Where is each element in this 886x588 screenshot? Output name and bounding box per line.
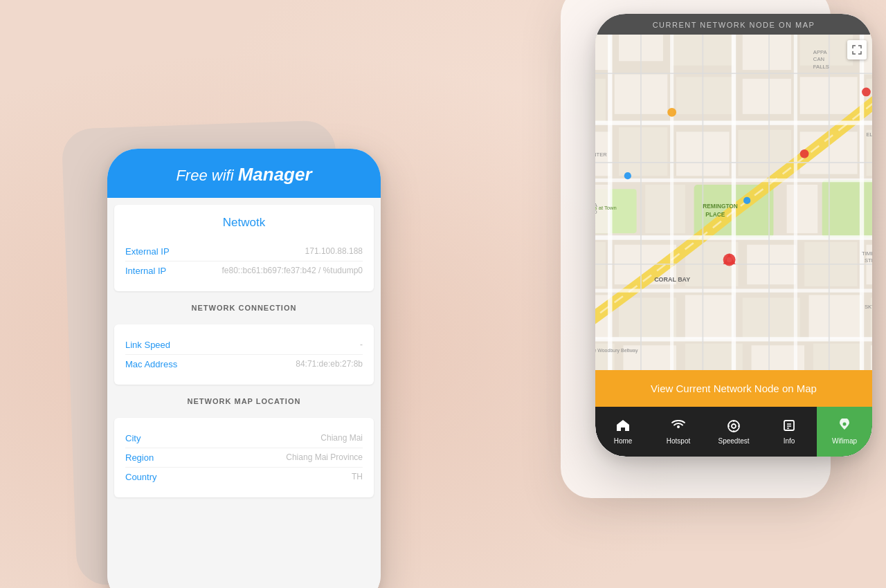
- svg-text:CORAL BAY: CORAL BAY: [654, 276, 690, 283]
- svg-rect-14: [619, 127, 667, 176]
- nav-info-label: Info: [784, 437, 795, 445]
- nav-item-wifimap[interactable]: Wifimap: [817, 407, 872, 457]
- home-icon: [615, 419, 631, 434]
- region-label: Region: [125, 452, 195, 463]
- app-title: Free wifi Manager: [121, 164, 367, 185]
- wifimap-icon: [837, 419, 852, 434]
- svg-rect-35: [808, 295, 862, 340]
- svg-point-90: [728, 421, 739, 432]
- svg-text:STREET: STREET: [865, 257, 872, 264]
- app-title-main: Manager: [238, 164, 312, 185]
- map-header-text: CURRENT NETWORK NODE ON MAP: [606, 21, 861, 29]
- country-label: Country: [125, 472, 195, 482]
- svg-rect-41: [813, 344, 862, 370]
- city-row: City Chiang Mai: [125, 429, 363, 448]
- link-speed-label: Link Speed: [125, 340, 195, 350]
- city-value: Chiang Mai: [201, 433, 363, 443]
- region-value: Chiang Mai Province: [201, 452, 363, 462]
- speedtest-icon: [726, 419, 741, 434]
- svg-rect-23: [645, 185, 685, 233]
- external-ip-value: 171.100.88.188: [201, 246, 363, 256]
- link-speed-value: -: [201, 340, 363, 349]
- svg-rect-4: [743, 35, 791, 70]
- network-title: Netwotk: [125, 216, 363, 232]
- svg-text:TIMBERLAKE: TIMBERLAKE: [862, 250, 872, 257]
- svg-point-79: [624, 172, 631, 179]
- location-card: City Chiang Mai Region Chiang Mai Provin…: [114, 418, 374, 497]
- svg-point-100: [843, 423, 847, 426]
- nav-speedtest-label: Speedtest: [718, 437, 749, 445]
- nav-item-speedtest[interactable]: Speedtest: [706, 407, 761, 457]
- svg-point-80: [743, 197, 750, 204]
- nav-item-hotspot[interactable]: Hotspot: [651, 407, 706, 457]
- internal-ip-label: Internal IP: [125, 266, 195, 276]
- internal-ip-value: fe80::bc61:b697:fe37:b42 / %tudump0: [201, 266, 363, 275]
- map-container: NTINE AMONTI TENNIAL HEIGHTS TRIPOLY AT …: [595, 35, 872, 370]
- external-ip-row: External IP 171.100.88.188: [125, 242, 363, 261]
- link-speed-row: Link Speed -: [125, 336, 363, 355]
- network-connection-header-bar: NETWORK CONNECTION: [107, 298, 381, 318]
- svg-point-77: [800, 149, 809, 158]
- network-map-header: NETWORK MAP LOCATION: [125, 397, 363, 405]
- app-title-prefix: Free wifi: [176, 167, 233, 184]
- country-value: TH: [201, 472, 363, 481]
- hotspot-icon: [671, 419, 686, 434]
- region-row: Region Chiang Mai Province: [125, 448, 363, 468]
- svg-text:FALLS: FALLS: [813, 64, 829, 70]
- network-connection-header: NETWORK CONNECTION: [125, 304, 363, 312]
- network-card: Netwotk External IP 171.100.88.188 Inter…: [114, 205, 374, 291]
- phone-left: Free wifi Manager Netwotk External IP 17…: [107, 149, 381, 588]
- svg-text:Willows at Town: Willows at Town: [595, 205, 617, 211]
- mac-address-row: Mac Address 84:71:de:eb:27:8b: [125, 355, 363, 374]
- svg-rect-32: [619, 297, 676, 337]
- app-header: Free wifi Manager: [107, 149, 381, 198]
- svg-rect-42: [871, 345, 872, 370]
- svg-text:REMINGTON: REMINGTON: [703, 203, 737, 210]
- svg-rect-1: [595, 35, 610, 70]
- country-row: Country TH: [125, 468, 363, 486]
- map-svg: NTINE AMONTI TENNIAL HEIGHTS TRIPOLY AT …: [595, 35, 872, 370]
- svg-rect-34: [743, 297, 800, 337]
- bottom-navigation: Home Hotspot: [595, 407, 872, 457]
- svg-text:SKYPOINT: SKYPOINT: [865, 304, 872, 310]
- info-icon: [781, 419, 797, 434]
- phone-right: CURRENT NETWORK NODE ON MAP: [595, 14, 872, 457]
- expand-icon: [852, 45, 862, 55]
- view-map-button[interactable]: View Current Network Node on Map: [595, 370, 872, 407]
- phone-left-content: Netwotk External IP 171.100.88.188 Inter…: [107, 198, 381, 588]
- internal-ip-row: Internal IP fe80::bc61:b697:fe37:b42 / %…: [125, 261, 363, 280]
- nav-hotspot-label: Hotspot: [667, 437, 690, 445]
- phone-right-inner: CURRENT NETWORK NODE ON MAP: [595, 14, 872, 457]
- svg-rect-24: [787, 185, 818, 233]
- svg-text:PLACE: PLACE: [705, 211, 725, 218]
- svg-rect-7: [595, 79, 606, 123]
- svg-text:ELK: ELK: [866, 131, 872, 138]
- nav-wifimap-label: Wifimap: [832, 437, 857, 445]
- map-header: CURRENT NETWORK NODE ON MAP: [595, 14, 872, 35]
- svg-point-78: [862, 88, 871, 97]
- svg-text:CAN: CAN: [813, 56, 824, 62]
- svg-text:TOWNE CENTER: TOWNE CENTER: [595, 151, 607, 158]
- nav-home-label: Home: [614, 437, 633, 445]
- svg-rect-96: [784, 421, 794, 430]
- svg-text:APPA: APPA: [813, 49, 828, 55]
- city-label: City: [125, 433, 195, 443]
- connection-card: Link Speed - Mac Address 84:71:de:eb:27:…: [114, 324, 374, 385]
- network-map-header-bar: NETWORK MAP LOCATION: [107, 392, 381, 411]
- nav-item-info[interactable]: Info: [761, 407, 817, 457]
- map-expand-button[interactable]: [847, 40, 867, 59]
- mac-address-label: Mac Address: [125, 359, 195, 369]
- mac-address-value: 84:71:de:eb:27:8b: [201, 359, 363, 369]
- svg-point-76: [667, 108, 676, 117]
- svg-rect-33: [685, 295, 734, 340]
- svg-rect-10: [743, 79, 791, 114]
- svg-text:Bruce Woodbury Beltway: Bruce Woodbury Beltway: [595, 348, 638, 353]
- svg-point-91: [732, 424, 736, 428]
- svg-rect-9: [676, 77, 734, 114]
- external-ip-label: External IP: [125, 246, 195, 257]
